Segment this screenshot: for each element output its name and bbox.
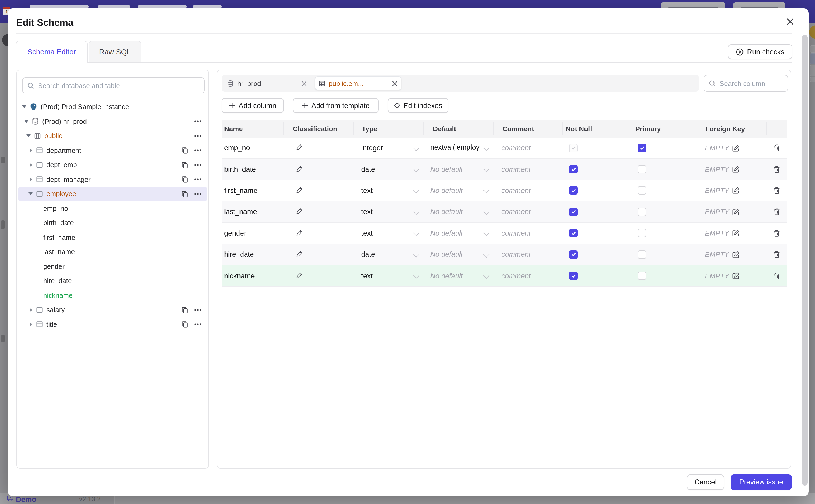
pencil-icon[interactable] bbox=[296, 165, 303, 172]
trash-icon[interactable] bbox=[773, 208, 780, 216]
chevron-right-icon[interactable] bbox=[28, 322, 33, 327]
tab-raw-sql[interactable]: Raw SQL bbox=[89, 41, 141, 62]
pencil-icon[interactable] bbox=[296, 143, 303, 151]
column-name[interactable]: last_name bbox=[221, 208, 283, 216]
tab-schema-editor[interactable]: Schema Editor bbox=[16, 41, 88, 62]
trash-icon[interactable] bbox=[773, 165, 780, 173]
comment-input[interactable]: comment bbox=[493, 229, 563, 237]
edit-icon[interactable] bbox=[732, 144, 740, 152]
type-select[interactable]: date bbox=[353, 165, 423, 173]
default-select[interactable]: No default bbox=[423, 272, 493, 280]
column-name[interactable]: gender bbox=[221, 229, 283, 237]
close-icon[interactable] bbox=[782, 14, 798, 30]
column-name[interactable]: nickname bbox=[221, 272, 283, 280]
type-select[interactable]: text bbox=[353, 272, 423, 280]
edit-icon[interactable] bbox=[732, 208, 740, 216]
trash-icon[interactable] bbox=[773, 144, 780, 152]
more-icon[interactable] bbox=[194, 164, 201, 166]
cancel-button[interactable]: Cancel bbox=[687, 474, 724, 490]
pencil-icon[interactable] bbox=[296, 186, 303, 193]
copy-icon[interactable] bbox=[181, 190, 188, 198]
pencil-icon[interactable] bbox=[296, 250, 303, 257]
edit-icon[interactable] bbox=[732, 187, 740, 194]
run-checks-button[interactable]: Run checks bbox=[728, 44, 792, 59]
add-from-template-button[interactable]: Add from template bbox=[293, 98, 379, 113]
tree-item-table[interactable]: salary bbox=[17, 303, 208, 317]
more-icon[interactable] bbox=[194, 120, 201, 123]
tree-item-table[interactable]: dept_manager bbox=[17, 172, 208, 187]
edit-icon[interactable] bbox=[732, 230, 740, 237]
tree-item-column[interactable]: birth_date bbox=[17, 216, 208, 230]
demo-link[interactable]: Demo bbox=[16, 495, 36, 503]
chip-table-active[interactable]: public.em... bbox=[315, 76, 401, 90]
primary-checkbox[interactable] bbox=[638, 186, 647, 195]
not-null-checkbox[interactable] bbox=[570, 165, 578, 173]
default-select[interactable]: No default bbox=[423, 250, 493, 258]
chevron-down-icon[interactable] bbox=[22, 106, 27, 108]
type-select[interactable]: text bbox=[353, 229, 423, 237]
chevron-right-icon[interactable] bbox=[28, 177, 33, 182]
not-null-checkbox[interactable] bbox=[570, 272, 578, 280]
not-null-checkbox[interactable] bbox=[570, 186, 578, 195]
type-select[interactable]: date bbox=[353, 250, 423, 258]
more-icon[interactable] bbox=[194, 193, 201, 195]
default-select[interactable]: No default bbox=[423, 229, 493, 237]
type-select[interactable]: integer bbox=[353, 144, 423, 152]
tree-item-column-new[interactable]: nickname bbox=[17, 288, 208, 303]
column-name[interactable]: birth_date bbox=[221, 165, 283, 173]
not-null-checkbox[interactable] bbox=[570, 229, 578, 238]
tree-item-table[interactable]: dept_emp bbox=[17, 158, 208, 172]
tree-item-database[interactable]: (Prod) hr_prod bbox=[17, 114, 208, 129]
comment-input[interactable]: comment bbox=[493, 272, 563, 280]
add-column-button[interactable]: Add column bbox=[221, 98, 284, 113]
type-select[interactable]: text bbox=[353, 208, 423, 216]
chevron-down-icon[interactable] bbox=[28, 193, 33, 195]
tree-item-column[interactable]: hire_date bbox=[17, 274, 208, 288]
comment-input[interactable]: comment bbox=[493, 250, 563, 258]
tree-item-table-selected[interactable]: employee bbox=[18, 187, 207, 201]
chip-database[interactable]: hr_prod bbox=[221, 79, 310, 87]
default-select[interactable]: nextval('employ bbox=[423, 143, 493, 153]
pencil-icon[interactable] bbox=[296, 207, 303, 215]
trash-icon[interactable] bbox=[773, 229, 780, 237]
trash-icon[interactable] bbox=[773, 187, 780, 195]
tree-item-schema[interactable]: public bbox=[17, 129, 208, 143]
tree-search-input[interactable]: Search database and table bbox=[22, 77, 205, 93]
default-select[interactable]: No default bbox=[423, 187, 493, 195]
primary-checkbox[interactable] bbox=[638, 144, 647, 152]
chevron-right-icon[interactable] bbox=[28, 148, 33, 153]
chevron-down-icon[interactable] bbox=[24, 120, 29, 123]
primary-checkbox[interactable] bbox=[638, 165, 647, 173]
edit-indexes-button[interactable]: Edit indexes bbox=[388, 98, 449, 113]
not-null-checkbox[interactable] bbox=[570, 250, 578, 259]
column-name[interactable]: hire_date bbox=[221, 250, 283, 258]
tree-item-table[interactable]: department bbox=[17, 143, 208, 158]
pencil-icon[interactable] bbox=[296, 271, 303, 279]
type-select[interactable]: text bbox=[353, 187, 423, 195]
chevron-right-icon[interactable] bbox=[28, 163, 33, 167]
not-null-checkbox[interactable] bbox=[570, 208, 578, 216]
column-search-input[interactable]: Search column bbox=[704, 75, 788, 92]
close-icon[interactable] bbox=[301, 80, 307, 86]
comment-input[interactable]: comment bbox=[493, 187, 563, 195]
edit-icon[interactable] bbox=[732, 272, 740, 279]
column-name[interactable]: emp_no bbox=[221, 144, 283, 152]
primary-checkbox[interactable] bbox=[638, 272, 647, 280]
tree-item-column[interactable]: last_name bbox=[17, 245, 208, 259]
column-name[interactable]: first_name bbox=[221, 187, 283, 195]
more-icon[interactable] bbox=[194, 309, 201, 311]
default-select[interactable]: No default bbox=[423, 208, 493, 216]
preview-issue-button[interactable]: Preview issue bbox=[731, 474, 792, 490]
tree-item-column[interactable]: emp_no bbox=[17, 201, 208, 216]
scrollbar-thumb[interactable] bbox=[802, 35, 808, 486]
trash-icon[interactable] bbox=[773, 272, 780, 280]
tree-item-column[interactable]: first_name bbox=[17, 230, 208, 245]
copy-icon[interactable] bbox=[181, 306, 188, 314]
tree-item-column[interactable]: gender bbox=[17, 259, 208, 274]
tree-item-table[interactable]: title bbox=[17, 317, 208, 332]
close-icon[interactable] bbox=[392, 80, 398, 86]
comment-input[interactable]: comment bbox=[493, 165, 563, 173]
tree-item-instance[interactable]: (Prod) Prod Sample Instance bbox=[17, 100, 208, 114]
copy-icon[interactable] bbox=[181, 161, 188, 169]
more-icon[interactable] bbox=[194, 323, 201, 326]
